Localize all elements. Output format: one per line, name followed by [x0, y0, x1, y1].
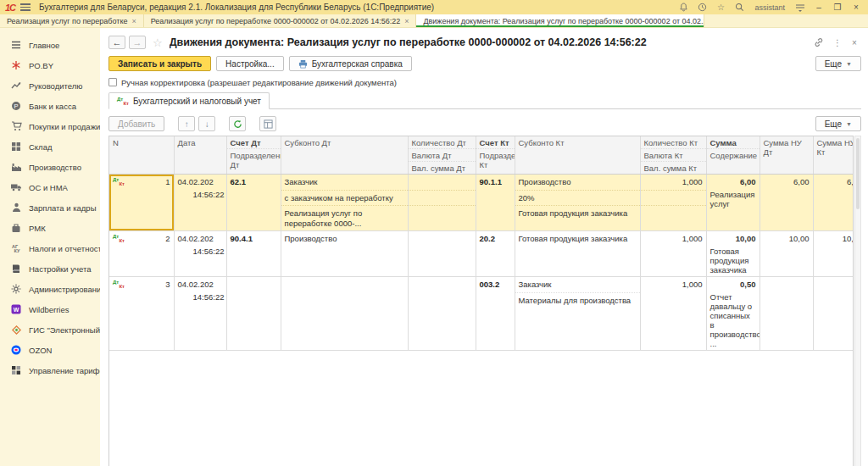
tab-close-icon[interactable]: × — [131, 17, 136, 25]
schet-kt-cell[interactable]: 20.2 — [476, 231, 515, 277]
notifications-bell-icon[interactable] — [676, 2, 690, 14]
date-cell[interactable]: 04.02.202 14:56:22 — [174, 175, 226, 231]
subkonto-dt-cell[interactable] — [281, 277, 408, 351]
schet-dt-cell[interactable]: 62.1 — [226, 175, 281, 231]
history-icon[interactable] — [695, 2, 709, 14]
vertical-scrollbar[interactable] — [854, 136, 861, 466]
col-summa[interactable]: Сумма Содержание — [706, 136, 760, 175]
date-cell[interactable]: 04.02.202 14:56:22 — [174, 277, 226, 351]
save-and-close-button[interactable]: Записать и закрыть — [108, 56, 211, 71]
output-list-button[interactable] — [259, 116, 276, 131]
summa-cell[interactable]: 6,00 Реализация услуг — [706, 175, 760, 231]
table-row[interactable]: ДтКт 1 04.02.202 14:56:22 62.1 Заказчик — [109, 175, 854, 231]
tab-close-icon[interactable]: × — [404, 17, 409, 25]
kolichestvo-kt-cell[interactable]: 1,000 — [640, 277, 706, 351]
tab-document-list[interactable]: Реализация услуг по переработке × — [0, 14, 144, 27]
table-more-button[interactable]: Еще▼ — [815, 116, 861, 131]
table-row[interactable]: ДтКт 2 04.02.202 14:56:22 90.4.1 Произво… — [109, 231, 854, 277]
schet-dt-cell[interactable] — [226, 277, 281, 351]
kolichestvo-kt-cell[interactable]: 1,000 — [640, 175, 706, 231]
subkonto-dt-cell[interactable]: Заказчик с заказчиком на переработку Реа… — [281, 175, 408, 231]
row-marker-cell[interactable]: ДтКт 1 — [109, 175, 174, 231]
move-up-button[interactable]: ↑ — [178, 116, 195, 131]
summa-cell[interactable]: 0,50 Отчет давальцу о списанных в произв… — [706, 277, 760, 351]
sidebar-item-wildberries[interactable]: W Wildberries — [0, 299, 100, 319]
tab-document-movements[interactable]: Движения документа: Реализация услуг по … — [416, 14, 704, 27]
back-button[interactable]: ← — [108, 36, 125, 49]
main-menu-icon[interactable] — [20, 3, 31, 11]
subkonto-kt-cell[interactable]: Производство 20% Готовая продукция заказ… — [515, 175, 640, 231]
sidebar-item-label: Банк и касса — [29, 102, 76, 111]
col-n[interactable]: N — [109, 136, 174, 175]
col-kolichestvo-kt[interactable]: Количество Кт Валюта Кт Вал. сумма Кт — [640, 136, 706, 175]
accounting-reference-button[interactable]: Бухгалтерская справка — [289, 56, 412, 71]
row-marker-cell[interactable]: ДтКт 2 — [109, 231, 174, 277]
restore-button[interactable]: ❐ — [831, 2, 844, 14]
sidebar-item-gis-znak[interactable]: ГИС "Электронный знак" — [0, 319, 100, 340]
refresh-button[interactable] — [229, 116, 246, 131]
close-form-icon[interactable]: × — [848, 38, 861, 47]
schet-dt-cell[interactable]: 90.4.1 — [226, 231, 281, 277]
subkonto-kt-cell[interactable]: Заказчик Материалы для производства — [515, 277, 640, 351]
summa-nu-dt-cell[interactable]: 10,00 — [760, 231, 813, 277]
sidebar-item-nastroiki-ucheta[interactable]: Настройки учета — [0, 258, 100, 279]
col-subkonto-kt[interactable]: Субконто Кт — [515, 136, 640, 175]
sidebar-item-rmk[interactable]: РМК — [0, 218, 100, 238]
kolichestvo-dt-cell[interactable] — [408, 175, 476, 231]
col-schet-kt[interactable]: Счет Кт Подразде Кт — [476, 136, 515, 175]
sidebar-item-ozon[interactable]: OZON — [0, 340, 100, 360]
service-menu-icon[interactable] — [793, 2, 807, 14]
col-date[interactable]: Дата — [174, 136, 226, 175]
summa-nu-dt-cell[interactable]: 6,00 — [760, 175, 813, 231]
tab-document-form[interactable]: Реализация услуг по переработке 0000-000… — [144, 14, 417, 27]
summa-nu-dt-cell[interactable] — [760, 277, 813, 351]
sidebar-item-bank-kassa[interactable]: P Банк и касса — [0, 96, 100, 116]
kolichestvo-kt-cell[interactable]: 1,000 — [640, 231, 706, 277]
date-cell[interactable]: 04.02.202 14:56:22 — [174, 231, 226, 277]
summa-nu-kt-cell[interactable]: 6,00 — [813, 175, 854, 231]
sidebar-item-zarplata-kadry[interactable]: Зарплата и кадры — [0, 197, 100, 218]
col-schet-dt[interactable]: Счет Дт Подразделение Дт — [226, 136, 281, 175]
sidebar-item-administrirovanie[interactable]: Администрирование — [0, 279, 100, 299]
sidebar-item-upravlenie-tarifom[interactable]: Управление тарифом — [0, 360, 100, 380]
sidebar-item-pokupki-prodazhi[interactable]: Покупки и продажи — [0, 116, 100, 136]
sidebar-item-sklad[interactable]: Склад — [0, 136, 100, 157]
manual-correction-checkbox[interactable] — [108, 78, 117, 86]
search-icon[interactable] — [732, 2, 746, 14]
sidebar-item-os-nma[interactable]: ОС и НМА — [0, 177, 100, 197]
col-subkonto-dt[interactable]: Субконто Дт — [281, 136, 408, 175]
summa-nu-kt-cell[interactable]: 10,00 — [813, 231, 854, 277]
col-summa-nu-kt[interactable]: Сумма НУ Кт — [813, 136, 854, 175]
col-kolichestvo-dt[interactable]: Количество Дт Валюта Дт Вал. сумма Дт — [408, 136, 476, 175]
table-row[interactable]: ДтКт 3 04.02.202 14:56:22 003 — [109, 277, 854, 351]
minimize-button[interactable]: – — [812, 2, 826, 14]
get-link-icon[interactable] — [814, 37, 827, 47]
settings-button[interactable]: Настройка... — [216, 56, 284, 71]
sidebar-item-rukovoditelyu[interactable]: Руководителю — [0, 75, 100, 96]
kolichestvo-dt-cell[interactable] — [408, 231, 476, 277]
schet-kt-cell[interactable]: 90.1.1 — [476, 175, 515, 231]
row-marker-cell[interactable]: ДтКт 3 — [109, 277, 174, 351]
sidebar-item-proizvodstvo[interactable]: Производство — [0, 157, 100, 177]
sidebar-item-poby[interactable]: PO.BY — [0, 55, 100, 75]
close-window-button[interactable]: × — [849, 2, 863, 14]
summa-nu-kt-cell[interactable] — [813, 277, 854, 351]
kolichestvo-dt-cell[interactable] — [408, 277, 476, 351]
add-row-button[interactable]: Добавить — [108, 116, 164, 131]
user-name[interactable]: assistant — [754, 3, 785, 12]
schet-kt-cell[interactable]: 003.2 — [476, 277, 515, 351]
scrollbar-thumb[interactable] — [856, 138, 860, 209]
favorites-star-icon[interactable]: ☆ — [714, 2, 727, 14]
sidebar-item-nalogi[interactable]: АГКУ Налоги и отчетность — [0, 238, 100, 258]
favorite-star-icon[interactable]: ☆ — [153, 36, 163, 49]
subkonto-kt-cell[interactable]: Готовая продукция заказчика — [515, 231, 640, 277]
tab-accounting-tax[interactable]: ДтКт Бухгалтерский и налоговый учет — [108, 92, 270, 109]
subkonto-dt-cell[interactable]: Производство — [281, 231, 408, 277]
form-more-button[interactable]: Еще▼ — [815, 56, 861, 71]
sidebar-item-glavnoe[interactable]: Главное — [0, 35, 100, 55]
move-down-button[interactable]: ↓ — [198, 116, 215, 131]
more-dots-icon[interactable]: ⋮ — [831, 38, 844, 47]
forward-button[interactable]: → — [129, 36, 146, 49]
col-summa-nu-dt[interactable]: Сумма НУ Дт — [760, 136, 813, 175]
summa-cell[interactable]: 10,00 Готовая продукция заказчика — [706, 231, 760, 277]
